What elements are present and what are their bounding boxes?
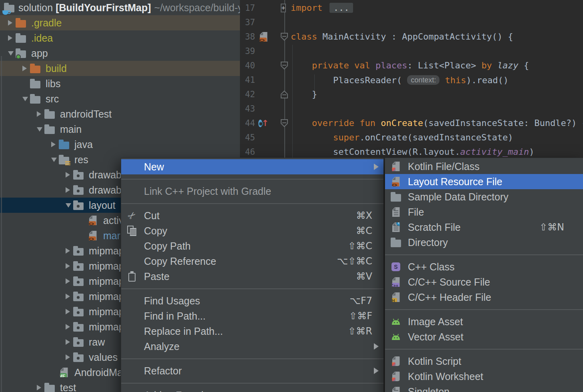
editor-line: 37 [240,15,583,30]
menu-item-scratch-file[interactable]: Scratch File⇧⌘N [385,220,583,235]
menu-item-label: Paste [144,269,170,284]
menu-item-kotlin-file-class[interactable]: Kotlin File/Class [385,159,583,174]
fold-marker-down-icon[interactable] [281,119,288,127]
tree-item-label: values [89,350,118,365]
project-label: solution [18,2,53,14]
collapse-arrow-icon[interactable] [66,203,71,208]
editor-line: 39 [240,44,583,58]
fold-marker-up-icon[interactable] [281,90,288,98]
expand-arrow-icon[interactable] [66,354,70,360]
menu-item-file[interactable]: File [385,204,583,220]
project-root-row[interactable]: solution [BuildYourFirstMap] ~/workspace… [0,0,240,15]
expand-arrow-icon[interactable] [8,35,12,41]
expand-arrow-icon[interactable] [37,385,41,390]
code-text: setContentView(R.layout.activity_main) [291,145,534,159]
menu-item-singleton[interactable]: Singleton [385,384,583,392]
menu-item-c-c-source-file[interactable]: C++C/C++ Source File [385,274,583,290]
tree-item-build[interactable]: build [0,61,240,76]
menu-item-vector-asset[interactable]: Vector Asset [385,329,583,344]
menu-item-directory[interactable]: Directory [385,235,583,250]
expand-arrow-icon[interactable] [66,309,70,314]
menu-item-label: Vector Asset [408,329,463,344]
menu-item-c-class[interactable]: SC++ Class [385,259,583,274]
folder-orange-icon [16,18,26,28]
menu-item-add-to-favorites[interactable]: Add to Favorites [121,388,383,392]
copy-icon [127,226,137,236]
menu-item-refactor[interactable]: Refactor [121,363,383,378]
menu-item-copy[interactable]: Copy⌘C [121,223,383,238]
tree-item-gradle[interactable]: .gradle [0,15,240,30]
file-manifest-icon: MF [59,367,69,378]
override-gutter-icon[interactable]: ↑ [258,118,269,128]
editor-line: 43 [240,102,583,116]
cpp-header-icon: H [391,292,401,302]
code-text: private val places: List<Place> by lazy … [291,58,529,73]
override-icon: ↑ [258,118,269,128]
collapse-arrow-icon[interactable] [22,97,28,101]
tree-item-androidtest[interactable]: androidTest [0,106,240,122]
menu-item-cut[interactable]: ✂Cut⌘X [121,208,383,223]
menu-item-paste[interactable]: Paste⌘V [121,269,383,284]
kotlin-script-icon [391,356,401,366]
collapse-arrow-icon[interactable] [8,51,14,56]
expand-arrow-icon[interactable] [22,66,27,71]
editor-line: 17import ... [240,1,583,15]
editor-lines: 17import ...3738<>class MainActivity : A… [240,1,583,159]
menu-item-shortcut: ⌥F7 [349,293,372,308]
menu-item-copy-path[interactable]: Copy Path⇧⌘C [121,238,383,254]
fold-marker-down-icon[interactable] [281,33,288,41]
expand-arrow-icon[interactable] [66,248,70,254]
expand-arrow-icon[interactable] [66,263,70,269]
menu-item-c-c-header-file[interactable]: HC/C++ Header File [385,290,583,305]
folder-res-item-icon [73,291,84,302]
tree-item-label: res [74,152,88,167]
editor-line: 42 } [240,87,583,102]
folder-res-item-icon [73,306,84,317]
file-layout-gutter-icon[interactable]: <> [258,32,269,42]
menu-item-layout-resource-file[interactable]: <>Layout Resource File [385,174,583,189]
expand-arrow-icon[interactable] [51,142,56,147]
menu-item-kotlin-script[interactable]: Kotlin Script [385,354,583,369]
menu-item-find-usages[interactable]: Find Usages⌥F7 [121,293,383,308]
code-text: PlacesReader( context: this).read() [291,73,509,88]
expand-arrow-icon[interactable] [37,111,41,117]
menu-item-new[interactable]: New [121,159,383,174]
collapse-arrow-icon[interactable] [51,158,57,162]
expand-arrow-icon[interactable] [66,172,70,178]
expand-arrow-icon[interactable] [66,187,70,193]
tree-item-java[interactable]: java [0,137,240,152]
expand-arrow-icon[interactable] [66,278,70,284]
line-number: 42 [240,87,255,102]
tree-item-app[interactable]: app [0,46,240,61]
tree-item-label: build [46,61,67,76]
menu-item-replace-in-path[interactable]: Replace in Path...⇧⌘R [121,324,383,339]
menu-item-label: Analyze [144,339,180,354]
paste-icon [127,271,137,282]
menu-item-copy-reference[interactable]: Copy Reference⌥⇧⌘C [121,254,383,269]
menu-item-image-asset[interactable]: Image Asset [385,314,583,329]
scratch-file-icon [391,222,401,232]
tree-item-src[interactable]: src [0,91,240,106]
menu-separator [121,354,383,363]
menu-item-kotlin-worksheet[interactable]: Kotlin Worksheet [385,369,583,384]
tree-item-main[interactable]: main [0,122,240,137]
folder-java-icon [59,139,69,150]
tree-item-idea[interactable]: .idea [0,30,240,46]
expand-arrow-icon[interactable] [66,294,70,299]
collapse-arrow-icon[interactable] [37,127,42,132]
file-icon [391,386,401,392]
fold-marker-down-icon[interactable] [281,62,288,70]
expand-arrow-icon[interactable] [66,339,70,345]
menu-item-label: Add to Favorites [144,388,217,392]
menu-item-find-in-path[interactable]: Find in Path...⇧⌘F [121,308,383,324]
tree-item-label: java [74,137,93,152]
menu-item-sample-data-directory[interactable]: Sample Data Directory [385,189,583,204]
tree-item-libs[interactable]: libs [0,76,240,91]
expand-arrow-icon[interactable] [8,20,12,26]
menu-item-link-c-project-with-gradle[interactable]: Link C++ Project with Gradle [121,184,383,199]
tree-item-label: .gradle [31,15,62,30]
tree-item-label: app [31,46,48,61]
expand-arrow-icon[interactable] [66,324,70,330]
menu-item-analyze[interactable]: Analyze [121,339,383,354]
fold-marker-plus-icon[interactable] [281,4,286,12]
